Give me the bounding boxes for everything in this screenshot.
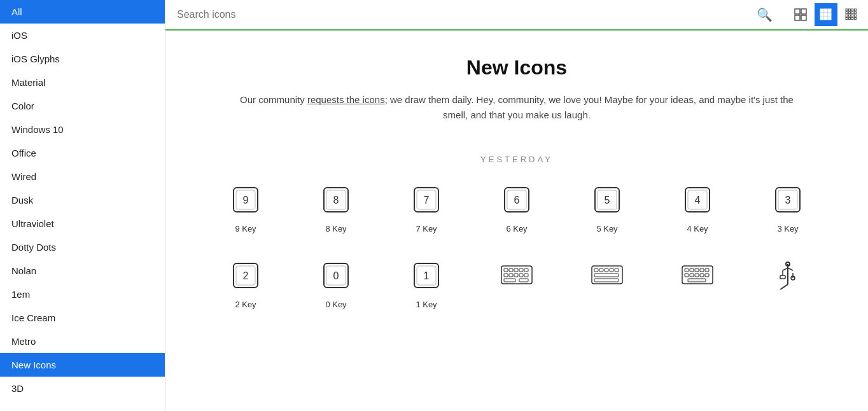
svg-rect-10	[820, 17, 823, 20]
svg-rect-2	[795, 15, 800, 20]
sidebar-item-color[interactable]: Color	[0, 94, 165, 118]
view-toggle-large[interactable]	[789, 3, 812, 26]
svg-rect-66	[509, 274, 513, 277]
svg-rect-81	[685, 268, 689, 272]
svg-rect-75	[605, 268, 608, 272]
description-text-2: ; we draw them daily. Hey, community, we…	[385, 94, 794, 120]
svg-rect-69	[524, 274, 528, 277]
search-icon: 🔍	[757, 8, 773, 22]
icon-cell-6key[interactable]: 6 6 Key	[475, 183, 559, 233]
svg-rect-17	[846, 12, 848, 14]
sidebar-item-nolan[interactable]: Nolan	[0, 259, 165, 282]
svg-rect-27	[851, 18, 853, 20]
sidebar-item-ios[interactable]: iOS	[0, 24, 165, 47]
sidebar-item-ios-glyphs[interactable]: iOS Glyphs	[0, 47, 165, 71]
sidebar-item-3d[interactable]: 3D	[0, 377, 165, 400]
svg-rect-6	[828, 9, 831, 12]
view-toggle-small[interactable]	[840, 3, 863, 26]
svg-rect-63	[519, 268, 523, 272]
section-label: YESTERDAY	[204, 155, 830, 164]
sidebar-item-dotty-dots[interactable]: Dotty Dots	[0, 235, 165, 259]
svg-rect-89	[700, 274, 704, 277]
6key-label: 6 Key	[506, 224, 527, 233]
svg-text:0: 0	[333, 270, 339, 281]
8key-icon: 8	[322, 186, 350, 214]
8key-label: 8 Key	[325, 224, 346, 233]
sidebar-item-ice-cream[interactable]: Ice Cream	[0, 306, 165, 330]
svg-rect-22	[849, 15, 851, 17]
svg-rect-4	[820, 9, 823, 12]
svg-rect-91	[688, 279, 706, 282]
search-button[interactable]: 🔍	[745, 1, 784, 29]
svg-rect-5	[824, 9, 827, 12]
icon-cell-7key[interactable]: 7 7 Key	[384, 183, 468, 233]
1key-icon: 1	[412, 261, 440, 289]
icon-grid-row1: 9 9 Key 8 8 Key	[204, 183, 830, 233]
content-area: New Icons Our community requests the ico…	[165, 31, 868, 411]
svg-rect-88	[695, 274, 699, 277]
icon-cell-keyboard3[interactable]	[655, 259, 739, 309]
sidebar-item-wired[interactable]: Wired	[0, 165, 165, 188]
svg-text:5: 5	[605, 195, 610, 206]
icon-cell-4key[interactable]: 4 4 Key	[655, 183, 739, 233]
sidebar-item-ultraviolet[interactable]: Ultraviolet	[0, 212, 165, 235]
svg-rect-7	[820, 13, 823, 16]
svg-rect-87	[690, 274, 694, 277]
sidebar-item-material[interactable]: Material	[0, 71, 165, 94]
icon-cell-0key[interactable]: 0 0 Key	[294, 259, 378, 309]
svg-rect-15	[851, 9, 853, 11]
svg-rect-8	[824, 13, 827, 16]
icon-cell-8key[interactable]: 8 8 Key	[294, 183, 378, 233]
icon-cell-keyboard1[interactable]	[475, 259, 559, 309]
svg-rect-86	[685, 274, 689, 277]
icon-cell-3key[interactable]: 3 3 Key	[746, 183, 830, 233]
icon-cell-2key[interactable]: 2 2 Key	[204, 259, 288, 309]
sidebar-item-dusk[interactable]: Dusk	[0, 188, 165, 212]
icon-cell-1key[interactable]: 1 1 Key	[384, 259, 468, 309]
sidebar-item-windows-10[interactable]: Windows 10	[0, 118, 165, 141]
svg-rect-76	[610, 268, 613, 272]
0key-label: 0 Key	[325, 300, 346, 309]
view-toggle-medium[interactable]	[815, 3, 837, 26]
description-link[interactable]: requests the icons	[307, 94, 385, 105]
7key-icon: 7	[412, 186, 440, 214]
sidebar-item-metro[interactable]: Metro	[0, 330, 165, 353]
sidebar-item-office[interactable]: Office	[0, 141, 165, 165]
svg-rect-28	[855, 18, 857, 20]
sidebar-item-all[interactable]: All	[0, 0, 165, 24]
svg-rect-96	[780, 275, 785, 279]
svg-rect-61	[509, 268, 513, 272]
svg-rect-79	[594, 279, 619, 282]
5key-label: 5 Key	[596, 224, 617, 233]
icon-cell-usb[interactable]	[746, 259, 830, 309]
svg-rect-64	[524, 268, 528, 272]
icon-cell-keyboard2[interactable]	[565, 259, 649, 309]
svg-text:4: 4	[695, 195, 701, 206]
svg-rect-25	[846, 18, 848, 20]
sidebar-item-1em[interactable]: 1em	[0, 282, 165, 306]
usb-icon	[774, 261, 802, 289]
svg-rect-23	[851, 15, 853, 17]
svg-rect-73	[594, 268, 598, 272]
2key-icon: 2	[232, 261, 260, 289]
icon-cell-9key[interactable]: 9 9 Key	[204, 183, 288, 233]
grid-medium-icon	[820, 8, 832, 21]
svg-text:2: 2	[243, 270, 249, 281]
svg-rect-84	[700, 268, 704, 272]
page-title: New Icons	[204, 56, 830, 80]
svg-rect-82	[690, 268, 694, 272]
icon-cell-5key[interactable]: 5 5 Key	[565, 183, 649, 233]
3key-label: 3 Key	[777, 224, 798, 233]
svg-rect-19	[851, 12, 853, 14]
svg-rect-14	[849, 9, 851, 11]
keyboard1-icon	[501, 265, 533, 286]
view-toggles	[784, 3, 868, 26]
svg-text:1: 1	[424, 270, 430, 281]
sidebar-item-new-icons[interactable]: New Icons	[0, 353, 165, 377]
svg-rect-68	[519, 274, 523, 277]
keyboard3-icon	[682, 265, 713, 286]
search-input[interactable]	[165, 0, 745, 29]
page-description: Our community requests the icons; we dra…	[230, 92, 803, 123]
4key-icon: 4	[683, 186, 711, 214]
grid-large-icon	[794, 8, 807, 21]
